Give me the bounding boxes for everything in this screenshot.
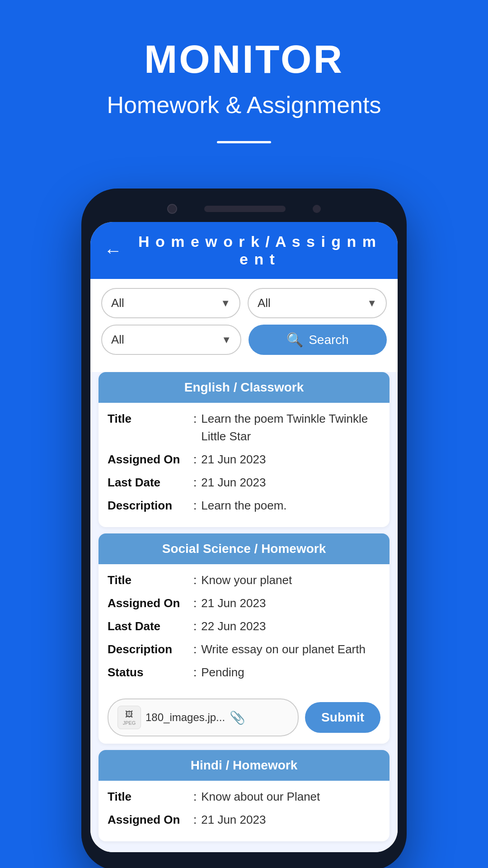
field-label: Description	[108, 497, 193, 514]
card-header: Social Science / Homework	[99, 533, 389, 564]
phone-camera	[167, 204, 177, 214]
field-label: Last Date	[108, 618, 193, 635]
field-value: Know your planet	[201, 571, 380, 589]
main-title: MONITOR	[144, 36, 344, 82]
table-row: Title : Know your planet	[108, 571, 380, 589]
card-body: Title : Learn the poem Twinkle Twinkle L…	[99, 403, 389, 527]
field-value: 21 Jun 2023	[201, 594, 380, 612]
field-value: 21 Jun 2023	[201, 811, 380, 829]
colon: :	[193, 664, 197, 681]
table-row: Last Date : 21 Jun 2023	[108, 474, 380, 491]
file-icon: 🖼 JPEG	[117, 706, 141, 729]
chevron-down-icon: ▼	[221, 334, 231, 346]
file-type-label: JPEG	[123, 720, 136, 726]
assignment-card: English / Classwork Title : Learn the po…	[99, 372, 389, 527]
subtitle: Homework & Assignments	[107, 91, 381, 118]
assignment-card: Social Science / Homework Title : Know y…	[99, 533, 389, 744]
field-value: Learn the poem.	[201, 497, 380, 514]
colon: :	[193, 811, 197, 829]
paperclip-icon: 📎	[230, 710, 245, 725]
attachment-name: 180_images.jp...	[145, 711, 225, 724]
card-header-text: Social Science / Homework	[162, 542, 326, 556]
phone-screen: ← H o m e w o r k / A s s i g n m e n t …	[90, 222, 398, 852]
field-value: 21 Jun 2023	[201, 451, 380, 468]
colon: :	[193, 594, 197, 612]
chevron-down-icon: ▼	[367, 297, 377, 309]
field-value: Pending	[201, 664, 380, 681]
back-button[interactable]: ←	[104, 241, 122, 259]
field-label: Assigned On	[108, 594, 193, 612]
chevron-down-icon: ▼	[221, 297, 230, 309]
field-label: Title	[108, 571, 193, 589]
colon: :	[193, 497, 197, 514]
assignment-card: Hindi / Homework Title : Know about our …	[99, 750, 389, 841]
table-row: Last Date : 22 Jun 2023	[108, 618, 380, 635]
divider	[217, 141, 271, 143]
dropdown1-value: All	[111, 296, 124, 310]
header-section: MONITOR Homework & Assignments	[0, 0, 488, 161]
table-row: Title : Know about our Planet	[108, 788, 380, 806]
field-label: Status	[108, 664, 193, 681]
table-row: Description : Write essay on our planet …	[108, 641, 380, 658]
colon: :	[193, 618, 197, 635]
field-label: Last Date	[108, 474, 193, 491]
colon: :	[193, 410, 197, 428]
phone-notch-bar	[90, 198, 398, 220]
card-header: Hindi / Homework	[99, 750, 389, 781]
filter-row-1: All ▼ All ▼	[101, 288, 387, 318]
filter-dropdown-1[interactable]: All ▼	[101, 288, 240, 318]
field-label: Description	[108, 641, 193, 658]
dropdown2-value: All	[258, 296, 271, 310]
attachment-box[interactable]: 🖼 JPEG 180_images.jp... 📎	[108, 698, 299, 736]
table-row: Status : Pending	[108, 664, 380, 681]
colon: :	[193, 571, 197, 589]
colon: :	[193, 788, 197, 806]
filter-row-2: All ▼ 🔍 Search	[101, 325, 387, 355]
phone-dot	[313, 205, 321, 213]
app-bar: ← H o m e w o r k / A s s i g n m e n t	[90, 222, 398, 279]
field-value: 22 Jun 2023	[201, 618, 380, 635]
phone-shell: ← H o m e w o r k / A s s i g n m e n t …	[81, 189, 407, 868]
filter-dropdown-3[interactable]: All ▼	[101, 325, 241, 355]
phone-wrapper: ← H o m e w o r k / A s s i g n m e n t …	[81, 189, 407, 868]
card-body: Title : Know your planet Assigned On : 2…	[99, 564, 389, 694]
submit-button[interactable]: Submit	[305, 702, 380, 733]
appbar-title: H o m e w o r k / A s s i g n m e n t	[131, 233, 384, 268]
table-row: Assigned On : 21 Jun 2023	[108, 594, 380, 612]
card-body: Title : Know about our Planet Assigned O…	[99, 781, 389, 841]
attachment-row: 🖼 JPEG 180_images.jp... 📎 Submit	[99, 694, 389, 744]
table-row: Description : Learn the poem.	[108, 497, 380, 514]
table-row: Title : Learn the poem Twinkle Twinkle L…	[108, 410, 380, 445]
field-value: Write essay on our planet Earth	[201, 641, 380, 658]
table-row: Assigned On : 21 Jun 2023	[108, 451, 380, 468]
card-header-text: Hindi / Homework	[191, 758, 297, 772]
field-label: Title	[108, 410, 193, 428]
card-header-text: English / Classwork	[184, 380, 304, 394]
filter-dropdown-2[interactable]: All ▼	[248, 288, 387, 318]
filter-section: All ▼ All ▼ All ▼ 🔍 Search	[90, 279, 398, 366]
table-row: Assigned On : 21 Jun 2023	[108, 811, 380, 829]
search-button[interactable]: 🔍 Search	[249, 325, 387, 355]
cards-container: English / Classwork Title : Learn the po…	[90, 372, 398, 852]
colon: :	[193, 474, 197, 491]
field-label: Assigned On	[108, 811, 193, 829]
field-label: Title	[108, 788, 193, 806]
field-value: Know about our Planet	[201, 788, 380, 806]
card-header: English / Classwork	[99, 372, 389, 403]
image-icon: 🖼	[125, 710, 133, 719]
field-value: Learn the poem Twinkle Twinkle Little St…	[201, 410, 380, 445]
field-value: 21 Jun 2023	[201, 474, 380, 491]
dropdown3-value: All	[111, 333, 124, 347]
colon: :	[193, 451, 197, 468]
colon: :	[193, 641, 197, 658]
phone-speaker	[204, 206, 286, 212]
search-icon: 🔍	[286, 332, 303, 348]
search-label: Search	[309, 333, 349, 347]
field-label: Assigned On	[108, 451, 193, 468]
